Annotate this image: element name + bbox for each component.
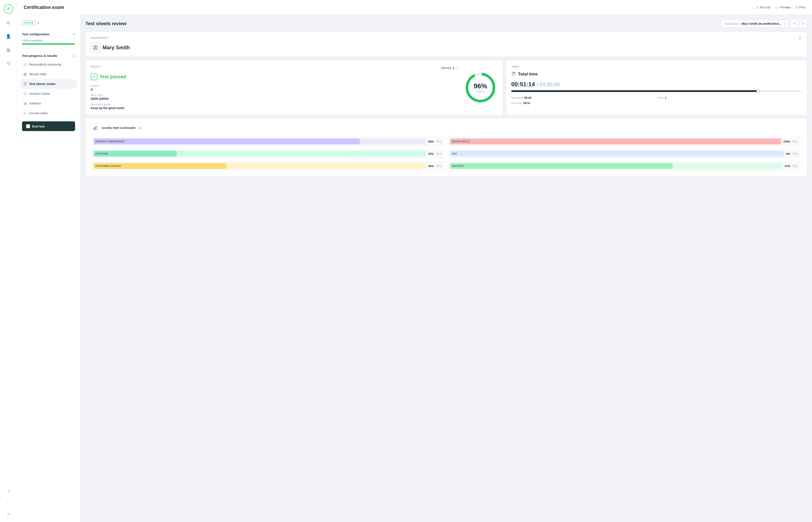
result-section-label: RESULT (91, 65, 101, 68)
descriptive-grade-item: Descriptive grade Keep up the good work! (91, 103, 458, 110)
test-sheets-review-icon: ☰ (23, 82, 27, 86)
score-bar-outer-aptitude: APTITUDE (94, 151, 426, 157)
attempt-label: Attempt (441, 66, 451, 69)
test-config-section[interactable]: Test configuration ∨ (20, 28, 77, 38)
score-pts-product-knowledge: 4/5 p. (436, 140, 442, 143)
respondent-selector[interactable]: Respondent Mary Smith (m.smith@test... ∨ (721, 20, 789, 27)
nav-help-icon[interactable]: ? (4, 487, 13, 496)
score-bar-outer-product-knowledge: PRODUCT KNOWLEDGE (94, 139, 426, 144)
test-progress-section[interactable]: Test progress & results ∧ (20, 50, 77, 60)
best-score-item: Best score 25/25 (100%) (91, 94, 458, 100)
score-pct-customer-service: 40% (428, 164, 434, 168)
stop-icon (26, 124, 30, 128)
score-per-cat-label: SCORE PER CATEGORY (102, 126, 136, 129)
score-pts-security: 2/3 p. (792, 164, 799, 167)
score-row-product-knowledge: PRODUCT KNOWLEDGE 80% 4/5 p. (91, 136, 445, 146)
print-label: Print (799, 6, 805, 9)
respondent-nav-arrows: < > (791, 20, 807, 27)
variant-label: Variant (91, 84, 458, 87)
variant-value: A (91, 88, 458, 91)
svg-point-1 (95, 46, 96, 48)
respondent-section-label: RESPONDENT (91, 37, 109, 39)
timer-progress-bar (511, 90, 801, 92)
score-row-customer-service: CUSTOMER SERVICE 40% 2/5 p. (91, 161, 445, 171)
progress-label: 100% completed (22, 39, 75, 42)
respondent-label: Respondent (725, 22, 739, 25)
main-panel: Test sheets review Respondent Mary Smith… (80, 15, 812, 522)
result-meta: Variant A Best score 25/25 (100%) Descri… (91, 84, 458, 110)
score-cat-name-customer-service: CUSTOMER SERVICE (95, 165, 121, 167)
score-grid: PRODUCT KNOWLEDGE 80% 4/5 p. SALES SKILL… (91, 136, 801, 171)
score-bar-outer-sop: SOP (450, 151, 784, 157)
respondent-collapse-icon[interactable]: ∧ (798, 35, 801, 40)
score-pts-sop: 0/3 p. (792, 152, 799, 155)
nav-chart-icon[interactable]: ▦ (4, 46, 13, 54)
respondent-card: RESPONDENT ∧ Mary Smith (85, 32, 807, 57)
nav-settings-icon[interactable]: ⚙ (4, 59, 13, 68)
end-test-button[interactable]: End test (22, 121, 75, 131)
sidebar-item-respondents-monitoring[interactable]: ◎ Respondents monitoring (20, 60, 77, 69)
panel-title: Test sheets review (85, 21, 126, 26)
nav-users-icon[interactable]: 👤 (4, 32, 13, 41)
content-area: ACTIVE ℹ Test configuration ∨ 100% compl… (17, 15, 812, 522)
result-left: RESULT Attempt 1 ∨ ✓ Test passed (91, 65, 458, 110)
score-row-aptitude: APTITUDE 25% 1/5 p. (91, 148, 445, 159)
main-container: Certification exam ℹ Test info ▷ Preview… (17, 0, 812, 522)
result-card: RESULT Attempt 1 ∨ ✓ Test passed (85, 60, 503, 115)
app-title: Certification exam (24, 5, 64, 10)
timer-title: Total time (518, 72, 538, 77)
test-config-chevron: ∨ (72, 32, 75, 36)
score-cat-name-sales-skills: SALES SKILLS (452, 140, 470, 143)
statistics-icon: ◑ (23, 101, 27, 106)
statistics-label: Statistics (29, 102, 41, 105)
score-header: SCORE PER CATEGORY (8) (91, 124, 801, 132)
end-time-value: 08:51 (523, 101, 530, 105)
nav-grid-icon[interactable]: ⊞ (4, 19, 13, 27)
respondents-monitoring-label: Respondents monitoring (29, 63, 61, 66)
print-button[interactable]: ⎙ Print (795, 5, 805, 9)
respondent-prev-button[interactable]: < (791, 20, 798, 27)
respondent-next-button[interactable]: > (799, 20, 807, 27)
status-badge: ACTIVE (22, 21, 36, 25)
timer-meta: Start time 08:00 Term 1 End time 08:51 (511, 96, 801, 105)
sidebar-item-results-table[interactable]: ▦ Results table (20, 69, 77, 79)
score-pct-sales-skills: 100% (783, 140, 790, 143)
score-card: SCORE PER CATEGORY (8) PRODUCT KNOWLEDGE… (85, 118, 807, 176)
sidebar-item-unused-codes[interactable]: ⊙ Unused codes (20, 108, 77, 118)
respondent-full-name: Mary Smith (102, 45, 130, 51)
preview-button[interactable]: ▷ Preview (776, 5, 790, 10)
sidebar-item-test-sheets-review[interactable]: ☰ Test sheets review (20, 79, 77, 89)
best-score-value: 25/25 (100%) (91, 97, 458, 100)
attempt-row: Attempt 1 ∨ (441, 66, 458, 70)
score-bar-outer-sales-skills: SALES SKILLS (450, 139, 781, 144)
results-table-label: Results table (29, 73, 46, 76)
score-bar-fill-security (450, 163, 673, 169)
top-bar-actions: ℹ Test info ▷ Preview ⎙ Print (757, 5, 805, 10)
svg-point-4 (479, 73, 482, 75)
top-bar: Certification exam ℹ Test info ▷ Preview… (17, 0, 812, 15)
test-sheets-review-label: Test sheets review (29, 82, 55, 86)
sidebar: ACTIVE ℹ Test configuration ∨ 100% compl… (17, 15, 80, 522)
respondent-name-display: Mary Smith (m.smith@test... (741, 22, 781, 25)
nav-back-icon[interactable]: ← (4, 498, 13, 507)
answers-review-icon: ☑ (23, 91, 27, 96)
logo-check-icon: ✓ (6, 6, 11, 12)
timer-total: 01:00:00 (540, 82, 559, 87)
progress-bar-bg (22, 43, 75, 45)
passed-check-icon: ✓ (91, 73, 98, 80)
svg-rect-7 (96, 126, 97, 129)
score-per-cat-count: (8) (138, 126, 142, 129)
test-info-button[interactable]: ℹ Test info (757, 5, 771, 10)
preview-icon: ▷ (776, 5, 778, 10)
result-timer-row: RESULT Attempt 1 ∨ ✓ Test passed (85, 60, 807, 115)
donut-sub: 24/25 p. (476, 90, 485, 93)
unused-codes-label: Unused codes (29, 112, 48, 115)
donut-center: 96% 24/25 p. (474, 82, 487, 93)
score-cat-name-product-knowledge: PRODUCT KNOWLEDGE (95, 140, 125, 143)
sidebar-item-statistics[interactable]: ◑ Statistics (20, 99, 77, 108)
score-bar-fill-product-knowledge (94, 139, 360, 144)
sidebar-item-answers-review[interactable]: ☑ Answers review (20, 89, 77, 99)
answers-review-label: Answers review (29, 92, 50, 95)
nav-expand-icon[interactable]: » (4, 509, 13, 518)
timer-progress-knob (756, 89, 760, 93)
